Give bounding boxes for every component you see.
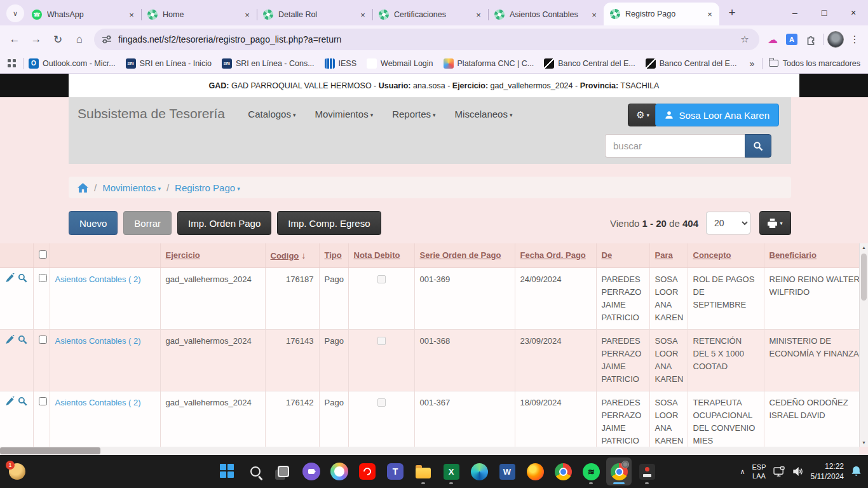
horizontal-scrollbar[interactable] [0,447,859,455]
chrome-active-icon[interactable] [606,458,632,485]
bookmark-bce-1[interactable]: Banco Central del E... [544,58,635,69]
asientos-contables-link[interactable]: Asientos Contables ( 2) [55,398,141,407]
vertical-scrollbar[interactable]: ▲ ▼ [859,243,868,447]
edit-pencil-icon[interactable] [5,273,15,283]
menu-movimientos[interactable]: Movimientos▾ [315,109,373,119]
reload-icon[interactable]: ↻ [47,29,69,50]
url-bar[interactable]: fingads.net/sf2/tesoreria/registro_pago_… [94,29,759,50]
edge-icon[interactable] [466,458,492,485]
header-concepto[interactable]: Concepto [693,250,731,260]
bookmark-bce-2[interactable]: Banco Central del E... [646,58,737,69]
language-indicator[interactable]: ESPLAA [752,463,766,481]
speaker-icon[interactable] [792,466,804,477]
notification-bell-icon[interactable] [851,466,862,477]
search-button[interactable] [745,134,771,158]
close-window-button[interactable]: × [839,0,868,25]
select-all-checkbox[interactable] [39,250,47,259]
bookmark-outlook[interactable]: OOutlook.com - Micr... [29,58,116,69]
header-de[interactable]: De [602,250,613,260]
bookmark-sri-inicio[interactable]: SRISRI en Línea - Inicio [126,58,212,69]
view-magnifier-icon[interactable] [18,273,27,283]
asientos-contables-link[interactable]: Asientos Contables ( 2) [55,274,141,284]
menu-catalogos[interactable]: Catalogos▾ [248,109,295,119]
tab-certificaciones[interactable]: Certificaciones × [372,4,488,25]
bookmark-sri-consultas[interactable]: SRISRI en Línea - Cons... [222,58,315,69]
view-magnifier-icon[interactable] [18,396,27,406]
new-tab-button[interactable]: + [723,4,741,22]
bookmark-iess[interactable]: IESS [325,58,357,69]
horizontal-scroll-thumb[interactable] [0,447,100,454]
breadcrumb-movimientos[interactable]: Movimientos▾ [102,182,161,193]
borrar-button[interactable]: Borrar [123,211,172,235]
page-size-select[interactable]: 20 [706,212,750,234]
close-icon[interactable]: × [357,9,369,20]
teams-icon[interactable]: T [383,458,408,485]
firefox-icon[interactable] [522,458,548,485]
spotify-icon[interactable]: ≋ [578,458,604,485]
launcher-app-icon[interactable] [634,458,660,485]
tune-icon[interactable] [102,34,112,44]
header-nota-debito[interactable]: Nota Debito [354,250,400,260]
tray-chevron-icon[interactable]: ∧ [740,468,745,476]
edit-pencil-icon[interactable] [5,335,15,344]
profile-avatar[interactable] [826,30,845,49]
header-ejercicio[interactable]: Ejercicio [166,250,200,260]
start-button[interactable] [215,458,240,485]
imp-comp-egreso-button[interactable]: Imp. Comp. Egreso [277,211,381,235]
close-icon[interactable]: × [473,9,484,20]
tab-asientos-contables[interactable]: Asientos Contables × [488,4,604,25]
maximize-button[interactable]: □ [810,0,839,25]
bookmarks-overflow-chevron[interactable]: » [749,58,754,69]
extensions-puzzle-icon[interactable] [801,30,820,49]
row-checkbox[interactable] [39,397,47,405]
all-bookmarks[interactable]: Todos los marcadores [759,58,860,69]
task-view-icon[interactable] [271,458,296,485]
taskbar-corner-widget-icon[interactable]: 1 [9,463,25,480]
video-app-icon[interactable] [299,458,324,485]
print-button[interactable]: ▾ [759,211,791,235]
menu-reportes[interactable]: Reportes▾ [392,109,435,119]
header-serie[interactable]: Serie Orden de Pago [420,250,501,260]
copilot-icon[interactable] [327,458,352,485]
imp-orden-pago-button[interactable]: Imp. Orden Pago [177,211,271,235]
minimize-button[interactable]: – [780,0,810,25]
tab-home[interactable]: Home × [141,4,257,25]
row-checkbox[interactable] [39,336,47,344]
excel-icon[interactable]: X [438,458,464,485]
scroll-down-icon[interactable]: ▼ [860,440,868,445]
tab-whatsapp[interactable]: ☎ WhatsApp × [25,4,141,25]
clock[interactable]: 12:225/11/2024 [811,461,844,482]
forward-icon[interactable]: → [25,29,47,50]
taskbar-search-icon[interactable] [243,458,268,485]
breadcrumb-registro-pago[interactable]: Registro Pago▾ [175,182,240,193]
header-para[interactable]: Para [655,250,673,260]
acrobat-icon[interactable] [355,458,380,485]
close-icon[interactable]: × [241,9,253,20]
header-codigo[interactable]: Codigo [271,251,299,261]
asientos-contables-link[interactable]: Asientos Contables ( 2) [55,336,141,346]
tab-detalle-rol[interactable]: Detalle Rol × [257,4,372,25]
home-breadcrumb-icon[interactable] [78,183,88,193]
edit-pencil-icon[interactable] [5,396,15,406]
search-input[interactable] [605,134,745,158]
view-magnifier-icon[interactable] [18,335,27,344]
settings-gear-button[interactable]: ⚙ ▾ [628,104,658,126]
bookmark-cnc[interactable]: Plataforma CNC | C... [444,58,534,69]
url-text[interactable]: fingads.net/sf2/tesoreria/registro_pago_… [118,34,738,44]
bookmark-star-icon[interactable]: ☆ [738,34,752,45]
home-icon[interactable]: ⌂ [69,29,90,50]
tab-search-chevron-icon[interactable]: ∨ [6,4,24,22]
scroll-up-icon[interactable]: ▲ [860,245,868,250]
close-icon[interactable]: × [704,8,715,20]
close-icon[interactable]: × [588,9,600,20]
file-explorer-icon[interactable] [410,458,436,485]
apps-grid-icon[interactable] [8,59,17,68]
close-icon[interactable]: × [126,9,137,20]
header-tipo[interactable]: Tipo [325,250,342,260]
tab-registro-pago-active[interactable]: Registro Pago × [604,3,719,25]
row-checkbox[interactable] [39,274,47,282]
nuevo-button[interactable]: Nuevo [69,211,118,235]
vertical-scroll-thumb[interactable] [861,254,867,301]
back-icon[interactable]: ← [4,29,25,50]
header-beneficiario[interactable]: Beneficiario [770,250,817,260]
